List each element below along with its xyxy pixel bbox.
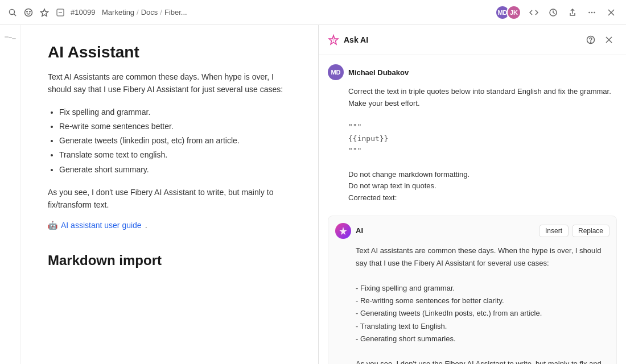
ask-ai-title: Ask AI <box>344 35 578 44</box>
doc-list: Fix spelling and grammar.Re-write some s… <box>59 105 291 177</box>
doc-section2-title: Markdown import <box>48 253 291 268</box>
list-item: Fix spelling and grammar. <box>59 105 291 119</box>
sidebar-icon-rail <box>0 25 20 364</box>
embed-button[interactable] <box>526 5 542 20</box>
list-item: Re-write some sentences better. <box>59 119 291 134</box>
link-suffix: . <box>145 221 147 230</box>
user-code-2: {{input}} <box>348 134 388 143</box>
ai-actions: Insert Replace <box>539 225 609 237</box>
star-icon[interactable] <box>39 7 50 18</box>
help-button[interactable] <box>583 32 599 48</box>
left-panel: AI Assistant Text AI Assistants are comm… <box>0 25 318 364</box>
svg-line-1 <box>14 14 17 16</box>
user-message-line3: Do not wrap text in quotes. <box>348 181 436 190</box>
close-button[interactable] <box>603 5 619 20</box>
doc-outro: As you see, I don't use Fibery AI Assist… <box>48 186 291 212</box>
insert-button[interactable]: Insert <box>539 225 569 237</box>
issue-icon <box>55 7 66 18</box>
user-message-line2: Do not change markdown formatting. <box>348 170 470 179</box>
user-avatar: MD <box>328 64 344 80</box>
main-layout: AI Assistant Text AI Assistants are comm… <box>0 25 626 364</box>
svg-marker-5 <box>41 9 48 16</box>
ai-avatar <box>335 223 351 239</box>
user-code-3: """ <box>348 146 361 155</box>
more-button[interactable] <box>584 5 600 20</box>
svg-point-9 <box>588 11 590 13</box>
list-item: Translate some text to english. <box>59 148 291 162</box>
close-ai-button[interactable] <box>601 32 617 48</box>
ai-chat-area: MD Michael Dubakov Correct the text in t… <box>319 55 626 364</box>
ai-name: AI <box>356 226 534 235</box>
svg-point-2 <box>25 9 32 16</box>
doc-title: AI Assistant <box>48 43 291 61</box>
doc-intro: Text AI Assistants are common these days… <box>48 71 291 96</box>
topbar-actions <box>526 5 619 20</box>
breadcrumb: #10099 Marketing / Docs / Fiber... <box>71 8 491 16</box>
svg-point-4 <box>30 11 30 11</box>
history-button[interactable] <box>545 5 561 20</box>
share-button[interactable] <box>565 5 580 20</box>
ai-guide-link[interactable]: AI assistant user guide <box>61 221 142 230</box>
replace-button[interactable]: Replace <box>572 225 609 237</box>
svg-point-10 <box>591 11 593 13</box>
user-message: MD Michael Dubakov Correct the text in t… <box>328 64 617 204</box>
doc-content: AI Assistant Text AI Assistants are comm… <box>20 25 318 364</box>
ai-response-header: AI Insert Replace <box>335 223 609 239</box>
topbar: #10099 Marketing / Docs / Fiber... MD JK <box>0 0 626 25</box>
svg-point-3 <box>27 11 27 11</box>
user-code-1: """ <box>348 122 361 131</box>
user-name: Michael Dubakov <box>348 68 409 77</box>
avatar-2: JK <box>506 5 521 20</box>
user-message-line4: Corrected text: <box>348 193 397 202</box>
user-message-line1: Correct the text in triple quotes below … <box>348 87 611 107</box>
link-emoji: 🤖 <box>48 221 57 230</box>
doc-link-row: 🤖 AI assistant user guide . <box>48 221 291 230</box>
search-icon[interactable] <box>7 7 18 18</box>
list-item: Generate short summary. <box>59 163 291 177</box>
ask-ai-logo-icon <box>328 34 339 46</box>
ai-response-text: Text AI assistants are common these days… <box>335 245 609 364</box>
ask-ai-header: Ask AI <box>319 25 626 55</box>
list-item: Generate tweets (linkedin post, etc) fro… <box>59 134 291 148</box>
svg-point-0 <box>10 9 15 14</box>
svg-point-15 <box>590 42 591 42</box>
ask-ai-header-actions <box>583 32 617 48</box>
user-message-body: Correct the text in triple quotes below … <box>328 86 617 204</box>
svg-point-11 <box>594 11 595 13</box>
user-message-header: MD Michael Dubakov <box>328 64 617 80</box>
sidebar-icon-1[interactable] <box>5 32 16 43</box>
emoji-icon[interactable] <box>23 7 34 18</box>
ask-ai-panel: Ask AI <box>319 25 626 364</box>
ai-response: AI Insert Replace Text AI assistants are… <box>328 216 617 364</box>
collaborators-avatars: MD JK <box>495 5 521 20</box>
